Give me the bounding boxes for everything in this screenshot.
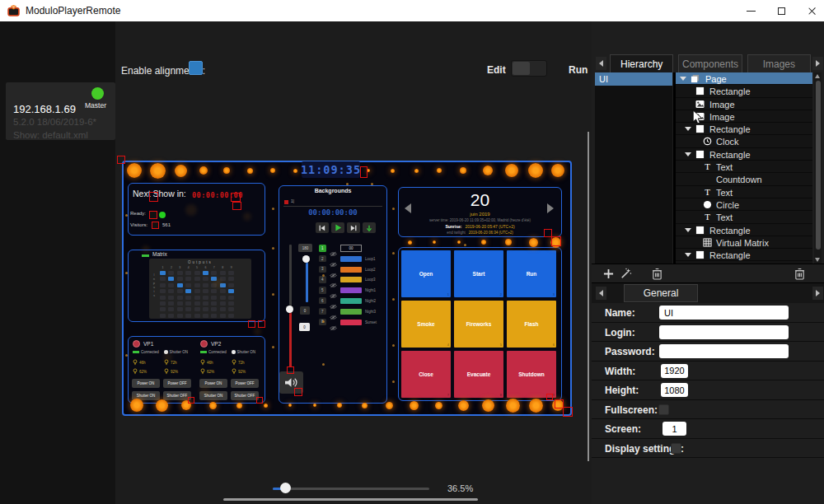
preview-button-smoke[interactable]: Smoke4 xyxy=(401,301,451,348)
matrix-cell[interactable] xyxy=(220,289,226,293)
background-layer-row[interactable]: 100 xyxy=(316,244,386,254)
eye-off-icon[interactable] xyxy=(330,309,337,315)
tree-item-rectangle[interactable]: Rectangle xyxy=(676,85,812,97)
width-field[interactable] xyxy=(661,364,688,378)
matrix-cell[interactable] xyxy=(168,283,174,287)
selection-handle[interactable] xyxy=(149,192,158,202)
delete-ui-button[interactable] xyxy=(649,266,664,281)
background-layer-row[interactable]: 7Night3 xyxy=(316,307,386,318)
layer-number-chip[interactable]: 1 xyxy=(319,245,326,252)
matrix-cell[interactable] xyxy=(228,283,234,287)
matrix-cell[interactable] xyxy=(185,314,191,318)
tab-images[interactable]: Images xyxy=(747,54,811,72)
maximize-button[interactable] xyxy=(768,0,794,21)
volume-slider-track[interactable] xyxy=(306,260,308,302)
matrix-cell[interactable] xyxy=(168,296,174,300)
tabs-scroll-right-icon[interactable] xyxy=(812,57,823,70)
layer-color-bar[interactable] xyxy=(340,256,362,262)
matrix-cell[interactable] xyxy=(168,301,174,306)
layer-color-bar[interactable] xyxy=(340,267,362,273)
matrix-cell[interactable] xyxy=(177,289,183,293)
layer-color-bar[interactable] xyxy=(340,277,362,282)
eye-off-icon[interactable] xyxy=(330,245,337,251)
selection-handle[interactable] xyxy=(546,394,553,400)
tree-scrollbar[interactable] xyxy=(814,72,822,264)
eye-off-icon[interactable] xyxy=(330,267,337,273)
matrix-cell[interactable] xyxy=(185,289,191,293)
matrix-cell[interactable] xyxy=(220,301,226,306)
background-layer-row[interactable]: 4Loop3 xyxy=(316,275,386,286)
tree-item-rectangle[interactable]: Rectangle xyxy=(676,148,812,161)
zoom-slider-track[interactable] xyxy=(273,488,429,490)
matrix-cell[interactable] xyxy=(177,296,183,300)
vp-button-power-on[interactable]: Power ON xyxy=(199,379,227,388)
speed-chip[interactable]: 0 xyxy=(299,323,310,331)
matrix-cell[interactable] xyxy=(185,296,191,300)
scroll-down-icon[interactable] xyxy=(815,258,820,262)
matrix-cell[interactable] xyxy=(194,296,200,300)
layer-number-chip[interactable]: 6 xyxy=(319,297,326,305)
eye-off-icon[interactable] xyxy=(330,287,337,293)
layer-color-bar[interactable] xyxy=(340,309,362,315)
level-slider-knob[interactable] xyxy=(286,306,293,313)
server-card[interactable]: Master 192.168.1.69 5.2.0 18/06/2019-6* … xyxy=(6,82,115,140)
layer-number-chip[interactable]: 4 xyxy=(319,276,326,283)
preview-button-fireworks[interactable]: Fireworks5 xyxy=(454,301,503,348)
selection-handle[interactable] xyxy=(117,156,125,164)
matrix-cell[interactable] xyxy=(160,307,166,311)
props-scroll-right-icon[interactable] xyxy=(812,287,823,300)
preview-button-flash[interactable]: Flash6 xyxy=(507,301,556,348)
matrix-cell[interactable] xyxy=(194,301,200,306)
layer-number-chip[interactable]: 2 xyxy=(319,255,326,263)
preview-button-open[interactable]: Open1 xyxy=(401,250,451,297)
background-layer-row[interactable]: 5Night1 xyxy=(316,286,386,296)
matrix-cell[interactable] xyxy=(211,277,217,281)
hold-chip[interactable]: 0 xyxy=(300,306,310,315)
expand-arrow-icon[interactable] xyxy=(685,228,691,232)
preview-button-shutdown[interactable]: Shutdown9 xyxy=(507,351,556,398)
matrix-cell[interactable] xyxy=(185,283,191,287)
background-layer-row[interactable]: 3Loop2 xyxy=(316,265,386,276)
matrix-cell[interactable] xyxy=(220,307,226,311)
matrix-cell[interactable] xyxy=(185,307,191,311)
vp-button-shutter-on[interactable]: Shutter ON xyxy=(132,391,160,400)
preview-button-close[interactable]: Close7 xyxy=(401,351,451,398)
matrix-cell[interactable] xyxy=(177,307,183,311)
play-button[interactable] xyxy=(331,222,344,233)
close-button[interactable] xyxy=(798,0,824,21)
matrix-cell[interactable] xyxy=(185,301,191,306)
matrix-cell[interactable] xyxy=(228,307,234,311)
matrix-cell[interactable] xyxy=(220,277,226,281)
matrix-cell[interactable] xyxy=(177,277,183,281)
expand-arrow-icon[interactable] xyxy=(680,77,686,81)
matrix-cell[interactable] xyxy=(203,289,208,293)
toggle-handle[interactable] xyxy=(513,62,530,75)
matrix-cell[interactable] xyxy=(194,307,200,311)
vp-button-power-off[interactable]: Power OFF xyxy=(163,379,191,388)
vp-button-power-off[interactable]: Power OFF xyxy=(231,379,259,388)
edit-run-toggle[interactable] xyxy=(511,60,547,77)
background-layer-row[interactable]: 2Loop1 xyxy=(316,254,386,265)
matrix-cell[interactable] xyxy=(177,314,183,318)
tree-item-rectangle[interactable]: Rectangle xyxy=(676,224,812,236)
name-field[interactable] xyxy=(659,306,789,320)
matrix-cell[interactable] xyxy=(211,271,217,275)
visitors-box[interactable] xyxy=(152,222,159,229)
matrix-cell[interactable] xyxy=(203,277,208,281)
matrix-cell[interactable] xyxy=(203,307,208,311)
selection-handle[interactable] xyxy=(232,202,241,210)
matrix-cell[interactable] xyxy=(220,283,226,287)
selection-handle[interactable] xyxy=(188,397,194,404)
tree-item-page[interactable]: Page xyxy=(676,72,812,85)
layer-color-bar[interactable] xyxy=(340,287,362,293)
delete-node-button[interactable] xyxy=(792,266,807,281)
background-layer-row[interactable]: 8Sunset xyxy=(316,318,386,329)
matrix-cell[interactable] xyxy=(228,271,234,275)
matrix-cell[interactable] xyxy=(220,296,226,300)
matrix-cell[interactable] xyxy=(160,277,166,281)
matrix-cell[interactable] xyxy=(160,271,166,275)
matrix-cell[interactable] xyxy=(203,271,208,275)
matrix-cell[interactable] xyxy=(211,289,217,293)
expand-arrow-icon[interactable] xyxy=(685,152,691,156)
tab-general[interactable]: General xyxy=(624,284,698,302)
